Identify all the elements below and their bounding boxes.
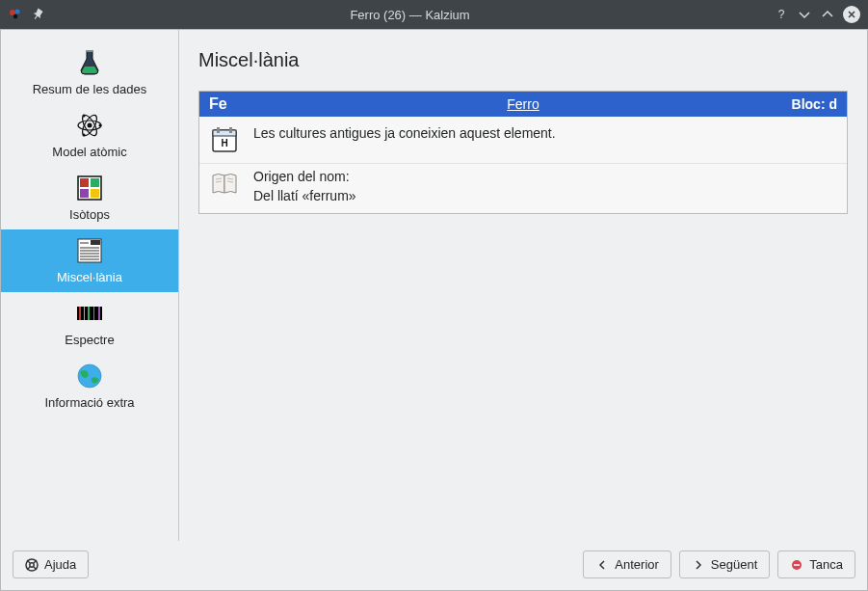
maximize-icon[interactable] (820, 7, 835, 22)
text-justify-icon (74, 235, 105, 266)
svg-rect-28 (88, 307, 90, 320)
info-text: Les cultures antigues ja coneixien aques… (253, 124, 556, 144)
svg-point-11 (83, 134, 86, 137)
svg-point-2 (13, 14, 17, 18)
window-body: Resum de les dades Model atòmic (0, 29, 868, 591)
chevron-right-icon (692, 558, 705, 572)
button-label: Tanca (809, 557, 843, 572)
next-button[interactable]: Següent (679, 551, 770, 578)
svg-rect-36 (217, 127, 220, 133)
pin-icon[interactable] (31, 7, 46, 22)
calendar-icon: H (209, 124, 240, 155)
info-row-name-origin: Origen del nom: Del llatí «ferrum» (199, 163, 847, 213)
svg-rect-14 (91, 178, 99, 187)
svg-point-9 (99, 124, 102, 127)
element-info-box: Fe Ferro Bloc: d H (198, 91, 848, 214)
chevron-left-icon (595, 558, 609, 572)
button-label: Següent (711, 557, 757, 572)
svg-rect-18 (91, 240, 100, 245)
sidebar-item-spectrum[interactable]: Espectre (1, 292, 178, 355)
sidebar-item-label: Miscel·lània (57, 270, 122, 284)
atom-icon (74, 110, 105, 141)
close-button[interactable]: Tanca (777, 551, 855, 578)
info-text: Origen del nom: (253, 168, 356, 187)
svg-point-43 (30, 562, 34, 566)
svg-rect-26 (79, 307, 81, 320)
sidebar-item-label: Resum de les dades (33, 82, 147, 96)
help-icon[interactable]: ? (774, 7, 789, 22)
sidebar-item-misc[interactable]: Miscel·lània (1, 229, 178, 292)
sidebar-item-summary[interactable]: Resum de les dades (1, 41, 178, 104)
info-row-discovery: H Les cultures antigues ja coneixien aqu… (199, 117, 847, 163)
previous-button[interactable]: Anterior (583, 551, 671, 578)
svg-text:?: ? (778, 8, 785, 21)
minimize-icon[interactable] (797, 7, 812, 22)
sidebar-item-extra-info[interactable]: Informació extra (1, 355, 178, 417)
app-icon (8, 7, 23, 22)
element-symbol: Fe (209, 95, 257, 113)
main-panel: Miscel·lània Fe Ferro Bloc: d H (179, 30, 867, 541)
info-text: Del llatí «ferrum» (253, 187, 356, 206)
cancel-icon (790, 558, 803, 572)
window-title: Ferro (26) — Kalzium (46, 8, 774, 22)
sidebar-item-label: Model atòmic (52, 145, 126, 159)
globe-icon (74, 361, 105, 391)
svg-point-10 (83, 115, 86, 118)
sidebar-item-label: Espectre (65, 333, 114, 347)
lifebuoy-icon (25, 558, 39, 572)
titlebar: Ferro (26) — Kalzium ? (0, 0, 868, 29)
svg-rect-16 (91, 189, 99, 198)
sidebar-item-label: Isòtops (69, 207, 110, 222)
sidebar-item-label: Informació extra (44, 395, 134, 410)
spectrum-icon (74, 298, 105, 329)
footer: Ajuda Anterior Següent Tanca (1, 541, 867, 590)
svg-rect-49 (794, 564, 800, 566)
svg-rect-30 (98, 307, 100, 320)
svg-rect-13 (80, 178, 89, 187)
svg-rect-29 (93, 307, 94, 320)
page-title: Miscel·lània (198, 49, 848, 71)
close-icon[interactable] (843, 6, 860, 23)
svg-point-1 (15, 10, 20, 14)
svg-rect-34 (213, 130, 236, 136)
sidebar-item-atomic-model[interactable]: Model atòmic (1, 104, 178, 167)
help-button[interactable]: Ajuda (13, 551, 89, 578)
svg-text:H: H (221, 138, 227, 148)
element-name-link[interactable]: Ferro (507, 96, 539, 112)
book-icon (209, 168, 240, 199)
element-block: Bloc: d (792, 96, 837, 112)
svg-rect-15 (80, 189, 89, 198)
grid-icon (74, 173, 105, 203)
sidebar-item-isotopes[interactable]: Isòtops (1, 167, 178, 229)
svg-rect-37 (229, 127, 232, 133)
svg-rect-4 (86, 50, 93, 52)
svg-point-8 (88, 123, 92, 128)
sidebar: Resum de les dades Model atòmic (1, 30, 179, 541)
flask-icon (74, 47, 105, 78)
svg-rect-27 (84, 307, 85, 320)
button-label: Anterior (615, 557, 659, 572)
button-label: Ajuda (44, 557, 76, 572)
element-header: Fe Ferro Bloc: d (199, 92, 847, 117)
